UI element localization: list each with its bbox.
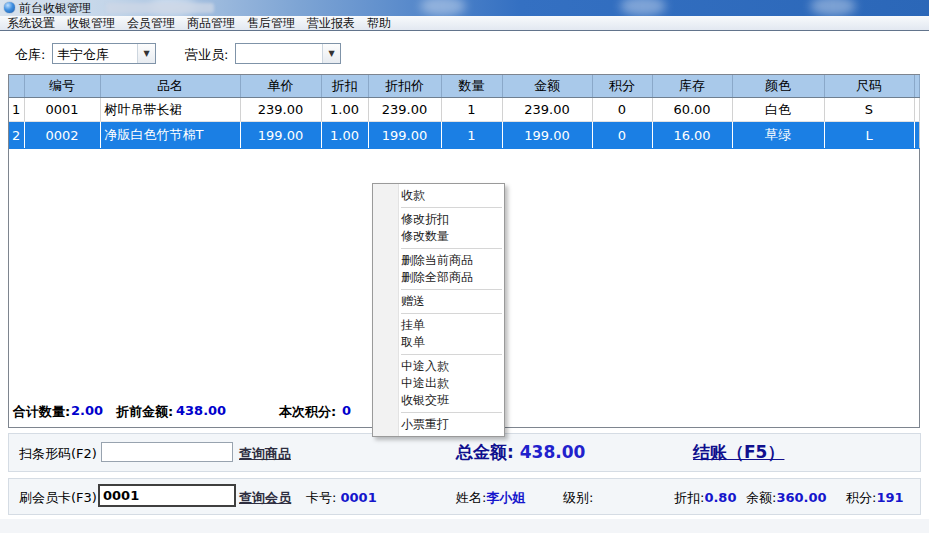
query-member-link[interactable]: 查询会员 — [239, 489, 291, 507]
sales-table: 编号 品名 单价 折扣 折扣价 数量 金额 积分 库存 颜色 尺码 1 0 — [9, 75, 920, 149]
member-discount-value: 0.80 — [704, 490, 736, 505]
barcode-panel: 扫条形码(F2) 查询商品 总金额: 438.00 结账（F5） — [8, 433, 921, 472]
col-header-color: 颜色 — [732, 75, 824, 98]
menu-item-delete-all-items[interactable]: 删除全部商品 — [373, 269, 504, 286]
title-bar: 前台收银管理 — [0, 0, 929, 17]
menu-separator — [401, 289, 502, 290]
menu-item-shift-change[interactable]: 收银交班 — [373, 392, 504, 409]
chevron-down-icon[interactable]: ▼ — [137, 44, 155, 63]
warehouse-selected-value: 丰宁仓库 — [57, 46, 137, 64]
menu-item-reprint-receipt[interactable]: 小票重打 — [373, 416, 504, 433]
cell-price: 199.00 — [240, 122, 321, 149]
member-discount: 折扣:0.80 — [674, 489, 736, 507]
barcode-input[interactable] — [101, 442, 233, 462]
member-name-label: 姓名: — [456, 490, 486, 505]
blurred-watermark — [106, 3, 214, 13]
table-row-selected[interactable]: 2 0002 净版白色竹节棉T 199.00 1.00 199.00 1 199… — [9, 122, 919, 149]
member-level-label: 级别: — [563, 490, 593, 505]
cell-stock: 60.00 — [652, 98, 732, 122]
cell-discount-price: 239.00 — [368, 98, 441, 122]
context-menu: 收款 修改折扣 修改数量 删除当前商品 删除全部商品 赠送 挂单 取单 中途入款… — [372, 183, 505, 437]
menu-separator — [401, 412, 502, 413]
query-product-link[interactable]: 查询商品 — [239, 445, 291, 463]
bottom-strip — [0, 519, 929, 533]
total-qty-label: 合计数量: — [13, 403, 70, 421]
member-name: 姓名:李小姐 — [456, 489, 525, 507]
member-card-input[interactable] — [98, 484, 236, 507]
cell-rownum: 2 — [9, 122, 24, 149]
member-points: 积分:191 — [846, 489, 904, 507]
menu-separator — [401, 354, 502, 355]
cell-discount-price: 199.00 — [368, 122, 441, 149]
cell-price: 239.00 — [240, 98, 321, 122]
chevron-down-icon[interactable]: ▼ — [322, 44, 340, 63]
menu-item-modify-quantity[interactable]: 修改数量 — [373, 228, 504, 245]
menu-separator — [401, 207, 502, 208]
cell-points: 0 — [592, 122, 652, 149]
total-amount: 总金额: 438.00 — [456, 441, 585, 464]
clerk-label: 营业员: — [185, 46, 228, 64]
col-header-rownum — [9, 75, 24, 98]
pre-discount-value: 438.00 — [176, 403, 226, 418]
total-amount-value: 438.00 — [520, 442, 586, 462]
cell-code: 0001 — [24, 98, 100, 122]
col-header-price: 单价 — [240, 75, 321, 98]
table-row[interactable]: 1 0001 树叶吊带长裙 239.00 1.00 239.00 1 239.0… — [9, 98, 919, 122]
menu-aftersales-management[interactable]: 售后管理 — [242, 16, 300, 30]
pre-discount-label: 折前金额: — [116, 403, 173, 421]
titlebar-glass-highlight — [420, 0, 466, 16]
cell-rownum: 1 — [9, 98, 24, 122]
menu-item-hold-order[interactable]: 挂单 — [373, 317, 504, 334]
menu-item-modify-discount[interactable]: 修改折扣 — [373, 211, 504, 228]
table-header-row: 编号 品名 单价 折扣 折扣价 数量 金额 积分 库存 颜色 尺码 — [9, 75, 919, 98]
col-header-qty: 数量 — [441, 75, 502, 98]
cell-discount: 1.00 — [321, 122, 368, 149]
col-header-discount-price: 折扣价 — [368, 75, 441, 98]
member-card-label: 刷会员卡(F3) — [19, 489, 97, 507]
barcode-label: 扫条形码(F2) — [19, 445, 97, 463]
menu-system-settings[interactable]: 系统设置 — [2, 16, 60, 30]
card-number-label: 卡号: — [306, 490, 336, 505]
session-points-label: 本次积分: — [279, 403, 336, 421]
menu-item-retrieve-order[interactable]: 取单 — [373, 334, 504, 351]
menu-item-cash-out[interactable]: 中途出款 — [373, 375, 504, 392]
cell-amount: 199.00 — [502, 122, 592, 149]
cell-size: S — [824, 98, 914, 122]
menu-business-reports[interactable]: 营业报表 — [302, 16, 360, 30]
member-balance-label: 余额: — [746, 490, 776, 505]
menu-item-collect-payment[interactable]: 收款 — [373, 187, 504, 204]
checkout-button[interactable]: 结账（F5） — [693, 441, 784, 464]
menu-member-management[interactable]: 会员管理 — [122, 16, 180, 30]
col-header-name: 品名 — [100, 75, 240, 98]
member-points-value: 191 — [876, 490, 903, 505]
warehouse-select[interactable]: 丰宁仓库 ▼ — [52, 43, 156, 64]
cell-points: 0 — [592, 98, 652, 122]
menu-item-cash-in[interactable]: 中途入款 — [373, 358, 504, 375]
titlebar-glass-highlight — [810, 0, 856, 16]
menu-item-gift[interactable]: 赠送 — [373, 293, 504, 310]
menu-item-delete-current-item[interactable]: 删除当前商品 — [373, 252, 504, 269]
cell-name: 树叶吊带长裙 — [100, 98, 240, 122]
cell-code: 0002 — [24, 122, 100, 149]
clerk-select[interactable]: ▼ — [235, 43, 341, 64]
toolbar: 仓库: 丰宁仓库 ▼ 营业员: ▼ — [0, 31, 929, 74]
menu-product-management[interactable]: 商品管理 — [182, 16, 240, 30]
member-panel: 刷会员卡(F3) 查询会员 卡号: 0001 姓名:李小姐 级别: 折扣:0.8… — [8, 478, 921, 515]
card-number: 卡号: 0001 — [306, 489, 377, 507]
warehouse-label: 仓库: — [15, 46, 45, 64]
card-number-value: 0001 — [341, 490, 377, 505]
member-name-value: 李小姐 — [486, 490, 525, 505]
col-header-stock: 库存 — [652, 75, 732, 98]
cell-amount: 239.00 — [502, 98, 592, 122]
menu-help[interactable]: 帮助 — [362, 16, 396, 30]
app-window: 前台收银管理 系统设置 收银管理 会员管理 商品管理 售后管理 营业报表 帮助 … — [0, 0, 929, 533]
session-points-value: 0 — [342, 403, 351, 418]
menu-bar: 系统设置 收银管理 会员管理 商品管理 售后管理 营业报表 帮助 — [0, 16, 929, 31]
menu-separator — [401, 248, 502, 249]
cell-qty: 1 — [441, 122, 502, 149]
member-balance: 余额:360.00 — [746, 489, 827, 507]
menu-separator — [401, 313, 502, 314]
cell-filler — [914, 98, 919, 122]
member-level: 级别: — [563, 489, 593, 507]
menu-cashier-management[interactable]: 收银管理 — [62, 16, 120, 30]
